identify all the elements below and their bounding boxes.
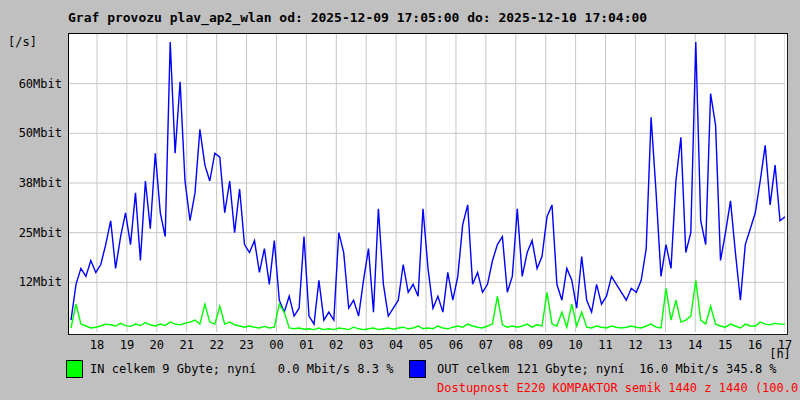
y-axis-unit-label: [/s]	[8, 35, 37, 49]
mrtg-traffic-page: { "title": "Graf provozu plav_ap2_wlan o…	[0, 0, 800, 400]
y-tick-label: 50Mbit	[4, 127, 62, 139]
x-tick-label: 23	[232, 339, 262, 351]
x-axis-unit-label: [h]	[764, 347, 796, 361]
availability-status-text: Dostupnost E220 KOMPAKTOR semik 1440 z 1…	[437, 381, 800, 395]
x-tick-label: 09	[531, 339, 561, 351]
x-tick-label: 10	[561, 339, 591, 351]
chart-plot-area	[68, 33, 788, 335]
x-tick-label: 20	[142, 339, 172, 351]
y-tick-label: 25Mbit	[4, 227, 62, 239]
x-tick-label: 04	[381, 339, 411, 351]
x-tick-label: 19	[112, 339, 142, 351]
x-tick-label: 15	[710, 339, 740, 351]
in-legend-label: IN celkem 9 Gbyte; nyní 0.0 Mbit/s 8.3 %	[90, 362, 393, 376]
traffic-chart-svg	[69, 34, 785, 332]
x-tick-label: 06	[441, 339, 471, 351]
out-legend-label: OUT celkem 121 Gbyte; nyní 16.0 Mbit/s 3…	[437, 362, 777, 376]
out-legend-swatch	[409, 360, 426, 378]
x-tick-label: 12	[620, 339, 650, 351]
x-tick-label: 01	[291, 339, 321, 351]
x-tick-label: 02	[321, 339, 351, 351]
chart-title: Graf provozu plav_ap2_wlan od: 2025-12-0…	[68, 10, 647, 25]
x-tick-label: 14	[680, 339, 710, 351]
in-series-line	[71, 280, 785, 329]
x-tick-label: 03	[351, 339, 381, 351]
x-tick-label: 11	[591, 339, 621, 351]
x-tick-label: 13	[650, 339, 680, 351]
x-tick-label: 08	[501, 339, 531, 351]
y-tick-label: 38Mbit	[4, 177, 62, 189]
x-tick-label: 22	[202, 339, 232, 351]
x-tick-label: 05	[411, 339, 441, 351]
in-legend-swatch	[66, 360, 83, 378]
x-tick-label: 07	[471, 339, 501, 351]
x-tick-label: 00	[261, 339, 291, 351]
y-tick-label: 12Mbit	[4, 276, 62, 288]
y-tick-label: 60Mbit	[4, 78, 62, 90]
x-tick-label: 18	[82, 339, 112, 351]
x-tick-label: 21	[172, 339, 202, 351]
